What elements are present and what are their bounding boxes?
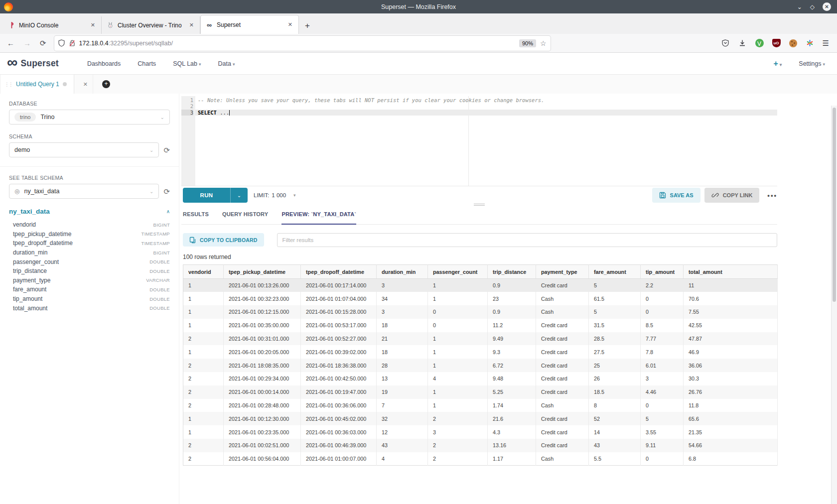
forward-button[interactable]: → <box>23 39 31 47</box>
table-select[interactable]: ◎ ny_taxi_data ⌄ <box>9 184 159 199</box>
table-row[interactable]: 22021-06-01 00:28:48.0002021-06-01 00:36… <box>183 399 778 412</box>
reload-button[interactable]: ⟳ <box>40 39 46 48</box>
copy-to-clipboard-button[interactable]: COPY TO CLIPBOARD <box>183 233 264 247</box>
column-header[interactable]: vendorid <box>183 265 224 279</box>
limit-dropdown[interactable]: LIMIT: 1 000 ▾ <box>254 192 296 198</box>
table-row[interactable]: 22021-06-01 00:29:34.0002021-06-01 00:42… <box>183 372 778 385</box>
table-row[interactable]: 22021-06-01 00:02:51.0002021-06-01 00:46… <box>183 439 778 452</box>
nav-item-sql-lab[interactable]: SQL Lab▾ <box>173 60 201 67</box>
table-title[interactable]: ny_taxi_data <box>9 208 50 215</box>
tab-close-icon[interactable]: ✕ <box>188 22 195 28</box>
tab-close-icon[interactable]: ✕ <box>90 22 96 28</box>
schema-column-row[interactable]: tpep_pickup_datetimeTIMESTAMP <box>9 230 170 239</box>
schema-column-row[interactable]: tip_amountDOUBLE <box>9 294 170 304</box>
copy-link-button[interactable]: COPY LINK <box>704 188 760 203</box>
cookie-extension-icon[interactable] <box>789 39 797 47</box>
add-new-button[interactable]: +▾ <box>773 59 782 68</box>
url-field[interactable]: 172.18.0.4:32295/superset/sqllab/ 90% ☆ <box>54 36 551 51</box>
schema-column-row[interactable]: payment_typeVARCHAR <box>9 276 170 285</box>
window-close-button[interactable]: ✕ <box>823 2 831 11</box>
query-tab-active[interactable]: ⋮⋮ Untitled Query 1 <box>0 75 74 94</box>
nav-item-data[interactable]: Data▾ <box>218 60 235 67</box>
browser-tab-trino[interactable]: Cluster Overview - Trino ✕ <box>102 16 200 34</box>
nav-item-dashboards[interactable]: Dashboards <box>87 60 121 67</box>
back-button[interactable]: ← <box>7 39 14 47</box>
results-table[interactable]: vendoridtpep_pickup_datetimetpep_dropoff… <box>183 264 778 466</box>
table-row[interactable]: 12021-06-01 00:12:30.0002021-06-01 00:45… <box>183 412 778 425</box>
column-header[interactable]: passenger_count <box>428 265 488 279</box>
table-cell: 2021-06-01 00:13:26.000 <box>224 279 301 292</box>
table-row[interactable]: 22021-06-01 00:56:04.0002021-06-01 01:00… <box>183 452 778 466</box>
table-row[interactable]: 12021-06-01 00:13:26.0002021-06-01 00:17… <box>183 279 778 292</box>
more-actions-button[interactable]: ••• <box>767 192 777 199</box>
nav-item-charts[interactable]: Charts <box>138 60 156 67</box>
schema-column-row[interactable]: vendoridBIGINT <box>9 220 170 230</box>
column-header[interactable]: tpep_dropoff_datetime <box>301 265 377 279</box>
column-header[interactable]: tpep_pickup_datetime <box>224 265 301 279</box>
pocket-shield-icon[interactable] <box>721 39 730 47</box>
table-row[interactable]: 12021-06-01 00:32:23.0002021-06-01 01:07… <box>183 292 778 305</box>
run-dropdown-button[interactable]: ⌄ <box>230 188 248 203</box>
tab-close-icon[interactable]: ✕ <box>287 21 293 28</box>
database-select[interactable]: trino Trino ⌄ <box>9 110 170 125</box>
schema-column-row[interactable]: duration_minBIGINT <box>9 248 170 257</box>
sql-editor[interactable]: 1 2 3 -- Note: Unless you save your quer… <box>181 94 777 186</box>
schema-column-row[interactable]: tpep_dropoff_datetimeTIMESTAMP <box>9 239 170 248</box>
page-scrollbar[interactable] <box>831 106 837 504</box>
page-scrollbar-thumb[interactable] <box>833 108 836 302</box>
zoom-level-badge[interactable]: 90% <box>519 39 536 47</box>
insecure-lock-icon[interactable] <box>69 39 75 47</box>
ublock-origin-icon[interactable]: uO <box>772 39 781 47</box>
tab-results[interactable]: RESULTS <box>183 211 209 224</box>
schema-column-row[interactable]: trip_distanceDOUBLE <box>9 266 170 276</box>
table-cell: 2021-06-01 00:12:30.000 <box>224 412 301 425</box>
drag-handle-icon[interactable]: ⋮⋮ <box>4 82 12 87</box>
table-row[interactable]: 22021-06-01 18:08:35.0002021-06-01 18:36… <box>183 359 778 372</box>
new-tab-button[interactable]: + <box>299 21 316 34</box>
shield-icon[interactable] <box>58 39 65 47</box>
table-row[interactable]: 12021-06-01 00:20:05.0002021-06-01 00:39… <box>183 345 778 359</box>
table-row[interactable]: 12021-06-01 00:35:00.0002021-06-01 00:53… <box>183 319 778 332</box>
table-cell: Credit card <box>536 332 589 346</box>
run-button[interactable]: RUN ⌄ <box>183 188 248 203</box>
add-query-tab-button[interactable]: + <box>93 75 119 94</box>
copy-link-label: COPY LINK <box>723 192 753 198</box>
column-header[interactable]: payment_type <box>536 265 589 279</box>
multicolor-asterisk-icon[interactable] <box>806 39 814 47</box>
column-header[interactable]: trip_distance <box>488 265 536 279</box>
table-row[interactable]: 22021-06-01 00:31:01.0002021-06-01 00:52… <box>183 332 778 346</box>
refresh-schema-icon[interactable]: ⟳ <box>163 146 170 154</box>
tab-query-history[interactable]: QUERY HISTORY <box>222 211 268 224</box>
resize-handle[interactable] <box>474 203 485 207</box>
browser-tab-minio[interactable]: MinIO Console ✕ <box>3 16 102 34</box>
chevron-up-icon[interactable]: ∧ <box>166 209 170 214</box>
save-as-button[interactable]: SAVE AS <box>652 188 700 203</box>
url-text[interactable]: 172.18.0.4:32295/superset/sqllab/ <box>79 40 515 47</box>
menu-icon[interactable]: ☰ <box>823 39 829 48</box>
table-row[interactable]: 12021-06-01 00:12:15.0002021-06-01 00:15… <box>183 305 778 319</box>
column-header[interactable]: tip_amount <box>641 265 684 279</box>
filter-results-input[interactable] <box>277 233 777 247</box>
superset-brand[interactable]: ∞ Superset <box>7 58 59 69</box>
column-header[interactable]: total_amount <box>684 265 778 279</box>
schema-column-row[interactable]: fare_amountDOUBLE <box>9 285 170 294</box>
schema-column-row[interactable]: passenger_countDOUBLE <box>9 257 170 266</box>
window-maximize-button[interactable]: ◇ <box>810 4 815 10</box>
table-row[interactable]: 12021-06-01 00:23:35.0002021-06-01 00:36… <box>183 425 778 439</box>
query-tab-close-button[interactable]: ✕ <box>78 75 93 94</box>
table-cell: 1 <box>183 345 224 359</box>
tab-preview[interactable]: PREVIEW: `NY_TAXI_DATA` <box>281 211 356 225</box>
editor-code[interactable]: -- Note: Unless you save your query, the… <box>195 96 777 186</box>
downloads-icon[interactable] <box>738 39 747 47</box>
window-minimize-button[interactable]: ⌄ <box>797 4 802 10</box>
refresh-table-icon[interactable]: ⟳ <box>163 188 170 195</box>
schema-select[interactable]: demo ⌄ <box>9 142 159 157</box>
bookmark-star-icon[interactable]: ☆ <box>540 39 547 47</box>
column-header[interactable]: duration_min <box>377 265 428 279</box>
column-header[interactable]: fare_amount <box>589 265 641 279</box>
extension-green-icon[interactable]: ⋁ <box>755 39 764 47</box>
schema-column-row[interactable]: total_amountDOUBLE <box>9 303 170 313</box>
table-row[interactable]: 22021-06-01 00:00:14.0002021-06-01 00:19… <box>183 385 778 399</box>
settings-menu[interactable]: Settings▾ <box>799 60 825 67</box>
browser-tab-superset[interactable]: ∞ Superset ✕ <box>200 15 299 34</box>
